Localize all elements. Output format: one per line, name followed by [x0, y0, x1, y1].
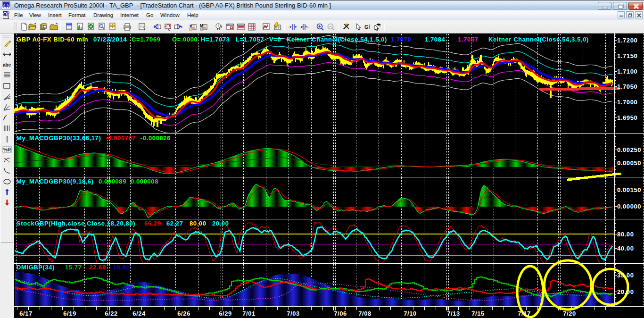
- svg-text:1.7084: 1.7084: [425, 36, 446, 43]
- svg-text:35.00: 35.00: [617, 272, 634, 279]
- svg-text:1.6950: 1.6950: [617, 114, 637, 121]
- svg-text:6/22: 6/22: [105, 310, 118, 317]
- svg-text:6/17: 6/17: [19, 310, 33, 317]
- svg-text:80.00: 80.00: [617, 231, 634, 238]
- svg-text:DMIGBP(34): DMIGBP(34): [17, 264, 55, 271]
- svg-text:-0.000826: -0.000826: [140, 134, 171, 142]
- svg-text:1.7150: 1.7150: [617, 52, 637, 59]
- svg-text:0.00050: 0.00050: [617, 159, 641, 167]
- svg-text:6/29: 6/29: [219, 310, 232, 317]
- svg-text:7/13: 7/13: [447, 310, 460, 317]
- svg-text:My_MACDGBP30(33,66,17): My_MACDGBP30(33,66,17): [17, 134, 101, 142]
- svg-text:0.00150: 0.00150: [617, 186, 641, 193]
- svg-text:L=1.7057: L=1.7057: [236, 36, 264, 43]
- svg-text:0.00250: 0.00250: [617, 146, 641, 153]
- svg-text:20.00: 20.00: [212, 220, 229, 227]
- svg-text:80.00: 80.00: [190, 220, 206, 227]
- svg-text:-0.000707: -0.000707: [106, 134, 136, 142]
- svg-text:StockGBP(High,close,Close,18,2: StockGBP(High,close,Close,18,20,80): [17, 220, 135, 227]
- svg-text:1.7070: 1.7070: [391, 36, 411, 43]
- svg-text:18.91: 18.91: [113, 264, 130, 271]
- svg-text:C=1.7069: C=1.7069: [132, 36, 161, 43]
- svg-text:V=0: V=0: [269, 36, 281, 43]
- svg-text:abc: abc: [3, 62, 11, 67]
- svg-text:1.7100: 1.7100: [617, 68, 637, 75]
- svg-text:O=.0000: O=.0000: [172, 36, 198, 43]
- svg-text:62.27: 62.27: [166, 220, 183, 227]
- svg-text:M: M: [200, 23, 204, 28]
- svg-text:66.29: 66.29: [144, 220, 161, 227]
- svg-text:H=1.7073: H=1.7073: [201, 36, 230, 43]
- svg-text:7/15: 7/15: [471, 310, 485, 317]
- svg-text:6/24: 6/24: [132, 310, 146, 317]
- svg-text:G: G: [364, 24, 369, 30]
- svg-text:07/23/2014: 07/23/2014: [93, 36, 127, 43]
- svg-text:7/20: 7/20: [563, 310, 576, 317]
- svg-text:1.7200: 1.7200: [617, 37, 637, 44]
- svg-text:7/01: 7/01: [242, 310, 256, 317]
- svg-text:1.7050: 1.7050: [617, 83, 637, 90]
- svg-text:0.000008: 0.000008: [131, 178, 158, 185]
- svg-text:Keltner Channel(Close,54,3.5,0: Keltner Channel(Close,54,3.5,0): [488, 36, 589, 43]
- svg-text:1.7057: 1.7057: [458, 36, 478, 43]
- svg-text:15.77: 15.77: [65, 264, 82, 271]
- svg-text:1.7000: 1.7000: [617, 99, 637, 106]
- svg-text:20.00: 20.00: [617, 288, 634, 295]
- svg-text:7/03: 7/03: [287, 310, 300, 317]
- svg-text:7/06: 7/06: [334, 310, 347, 317]
- svg-text:0.00000: 0.00000: [617, 203, 641, 210]
- svg-text:My_MACDGBP30(9,18,6): My_MACDGBP30(9,18,6): [17, 178, 94, 185]
- svg-text:Keltner Channel(Close,54,1.5,0: Keltner Channel(Close,54,1.5,0): [287, 36, 387, 43]
- svg-text:6/19: 6/19: [63, 310, 76, 317]
- svg-text:7/08: 7/08: [358, 310, 372, 317]
- svg-text:7/17: 7/17: [518, 310, 531, 317]
- svg-text:6/26: 6/26: [177, 310, 190, 317]
- svg-text:%R: %R: [3, 147, 11, 152]
- svg-text:22.69: 22.69: [89, 264, 106, 271]
- svg-text:0.000089: 0.000089: [99, 178, 126, 185]
- svg-text:40.00: 40.00: [617, 245, 634, 252]
- svg-text:GBP A0-FX BID-60 min: GBP A0-FX BID-60 min: [17, 36, 88, 43]
- svg-text:7/10: 7/10: [404, 310, 417, 317]
